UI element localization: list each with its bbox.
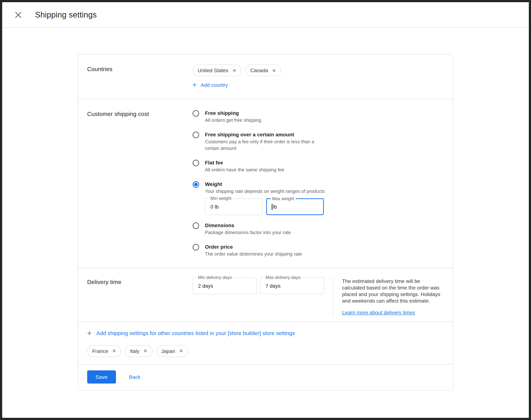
chip-label: Italy <box>130 348 139 354</box>
add-country-button[interactable]: + Add country <box>193 82 228 88</box>
option-free-shipping-over-amount[interactable]: Free shipping over a certain amount Cust… <box>193 131 444 152</box>
max-weight-value: lb <box>272 204 277 210</box>
option-order-price[interactable]: Order price The order value determines y… <box>193 243 444 257</box>
chip-label: United States <box>198 67 228 73</box>
countries-content: United States ✕ Canada ✕ + Add country <box>193 64 444 89</box>
delivery-time-label: Delivery time <box>87 277 193 316</box>
radio-text: Dimensions Package dimensions factor int… <box>205 222 291 236</box>
other-countries-section: + Add shipping settings for other countr… <box>78 322 453 364</box>
min-weight-label: Min weight <box>209 196 233 201</box>
chip-close-icon[interactable]: ✕ <box>179 348 183 353</box>
option-desc: The order value determines your shipping… <box>205 251 302 257</box>
add-country-label: Add country <box>201 82 228 88</box>
delivery-info-text: The estimated delivery time will be calc… <box>342 278 440 304</box>
page-title: Shipping settings <box>35 10 97 19</box>
chip-france[interactable]: France ✕ <box>87 345 121 357</box>
shipping-settings-dialog: Shipping settings Countries United State… <box>0 0 531 420</box>
plus-icon: + <box>193 82 197 88</box>
shipping-cost-section: Customer shipping cost Free shipping All… <box>78 99 453 268</box>
radio-text: Order price The order value determines y… <box>205 243 302 257</box>
shipping-cost-label: Customer shipping cost <box>87 109 193 257</box>
option-free-shipping[interactable]: Free shipping All orders get free shippi… <box>193 109 444 124</box>
chip-canada[interactable]: Canada ✕ <box>245 64 281 76</box>
min-delivery-days-value: 2 days <box>198 283 213 289</box>
option-weight[interactable]: Weight Your shipping rate depends on wei… <box>193 180 444 195</box>
option-desc: Customers pay a fee only if their order … <box>205 138 325 152</box>
chip-united-states[interactable]: United States ✕ <box>193 64 242 76</box>
max-weight-label: Max weight <box>271 196 296 201</box>
option-dimensions[interactable]: Dimensions Package dimensions factor int… <box>193 222 444 236</box>
radio-button-checked-icon[interactable] <box>193 181 199 188</box>
radio-text: Weight Your shipping rate depends on wei… <box>205 180 325 195</box>
radio-text: Flat fee All orders have the same shippi… <box>205 159 284 173</box>
vertical-divider <box>333 277 333 316</box>
radio-button-icon[interactable] <box>193 160 199 166</box>
min-delivery-days-field[interactable]: Min delivery days 2 days <box>193 277 257 294</box>
option-title: Flat fee <box>205 159 284 166</box>
delivery-fields: Min delivery days 2 days Max delivery da… <box>193 277 324 316</box>
other-country-chips: France ✕ Italy ✕ Japan ✕ <box>87 345 444 357</box>
chip-italy[interactable]: Italy ✕ <box>125 345 152 357</box>
option-title: Dimensions <box>205 222 291 229</box>
settings-card: Countries United States ✕ Canada ✕ <box>78 54 453 390</box>
radio-button-icon[interactable] <box>193 222 199 229</box>
radio-text: Free shipping over a certain amount Cust… <box>205 131 325 152</box>
min-weight-value: 0 lb <box>211 204 219 210</box>
radio-button-icon[interactable] <box>193 110 199 117</box>
max-delivery-days-label: Max delivery days <box>264 275 302 280</box>
window: Shipping settings Countries United State… <box>0 0 531 420</box>
option-desc: Your shipping rate depends on weight ran… <box>205 188 325 195</box>
option-desc: Package dimensions factor into your rate <box>205 229 291 236</box>
option-desc: All orders have the same shipping fee <box>205 167 284 173</box>
min-weight-field[interactable]: Min weight 0 lb <box>205 198 263 215</box>
delivery-info: The estimated delivery time will be calc… <box>342 277 444 316</box>
chip-close-icon[interactable]: ✕ <box>112 348 116 353</box>
chip-close-icon[interactable]: ✕ <box>272 68 276 73</box>
countries-section: Countries United States ✕ Canada ✕ <box>78 54 453 99</box>
delivery-time-content: Min delivery days 2 days Max delivery da… <box>193 277 444 316</box>
country-chips: United States ✕ Canada ✕ <box>193 64 444 76</box>
chip-label: France <box>92 348 108 354</box>
add-shipping-settings-label: Add shipping settings for other countrie… <box>96 330 295 336</box>
shipping-cost-options: Free shipping All orders get free shippi… <box>193 109 444 257</box>
max-weight-field[interactable]: Max weight lb <box>266 198 324 215</box>
text-cursor <box>272 204 272 210</box>
radio-text: Free shipping All orders get free shippi… <box>205 109 261 124</box>
chip-label: Japan <box>161 348 175 354</box>
close-button[interactable] <box>13 10 23 20</box>
max-delivery-days-value: 7 days <box>266 283 281 289</box>
footer: Save Back <box>78 364 453 390</box>
topbar: Shipping settings <box>2 2 529 28</box>
option-desc: All orders get free shipping <box>205 117 261 124</box>
min-delivery-days-label: Min delivery days <box>197 275 233 280</box>
option-flat-fee[interactable]: Flat fee All orders have the same shippi… <box>193 159 444 173</box>
learn-more-link[interactable]: Learn more about delivery times <box>342 309 415 316</box>
radio-button-icon[interactable] <box>193 244 199 251</box>
chip-label: Canada <box>250 67 268 73</box>
option-title: Weight <box>205 180 325 188</box>
option-title: Order price <box>205 243 302 251</box>
countries-label: Countries <box>87 64 193 89</box>
option-title: Free shipping over a certain amount <box>205 131 325 138</box>
weight-fields: Min weight 0 lb Max weight lb <box>205 198 444 215</box>
radio-button-icon[interactable] <box>193 132 199 138</box>
delivery-time-section: Delivery time Min delivery days 2 days M… <box>78 268 453 322</box>
option-title: Free shipping <box>205 109 261 117</box>
save-button[interactable]: Save <box>87 370 116 383</box>
close-icon <box>15 12 21 18</box>
add-shipping-settings-button[interactable]: + Add shipping settings for other countr… <box>87 330 295 336</box>
chip-close-icon[interactable]: ✕ <box>232 68 236 73</box>
back-button[interactable]: Back <box>129 374 140 380</box>
chip-japan[interactable]: Japan ✕ <box>156 345 188 357</box>
max-delivery-days-field[interactable]: Max delivery days 7 days <box>260 277 324 294</box>
main-area: Countries United States ✕ Canada ✕ <box>2 28 529 418</box>
chip-close-icon[interactable]: ✕ <box>143 348 147 353</box>
plus-icon: + <box>87 330 92 336</box>
